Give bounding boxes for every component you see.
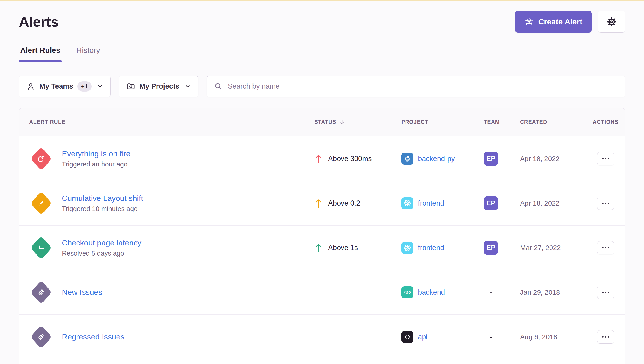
teams-extra-count-badge: +1: [78, 81, 92, 92]
siren-icon: [524, 17, 534, 27]
table-row-partial: [19, 359, 625, 364]
row-actions-button[interactable]: [597, 241, 614, 254]
status-threshold: Above 1s: [328, 244, 358, 252]
alert-rule-activity: Triggered an hour ago: [62, 160, 131, 168]
alert-type-badge: [29, 280, 53, 305]
teams-filter-label: My Teams: [39, 82, 73, 90]
alert-rule-link[interactable]: Cumulative Layout shift: [62, 194, 143, 203]
row-actions-button[interactable]: [597, 196, 614, 210]
teams-filter-dropdown[interactable]: My Teams +1: [19, 76, 111, 97]
ellipsis-icon: [602, 247, 609, 248]
row-actions-button[interactable]: [597, 286, 614, 299]
column-header-project: PROJECT: [401, 119, 484, 125]
team-avatar: EP: [484, 241, 498, 255]
tab-alert-rules[interactable]: Alert Rules: [19, 46, 62, 62]
alerts-settings-button[interactable]: [598, 11, 625, 32]
ellipsis-icon: [602, 202, 609, 204]
team-avatar: EP: [484, 152, 498, 166]
alert-type-badge: [29, 324, 53, 350]
created-date: Apr 18, 2022: [520, 199, 560, 207]
chevron-down-icon: [97, 83, 103, 89]
table-row: Everything is on fire Triggered an hour …: [19, 136, 625, 181]
search-field-container: [207, 76, 625, 97]
project-link[interactable]: backend-py: [418, 154, 455, 163]
column-header-status[interactable]: STATUS: [314, 119, 401, 126]
projects-filter-dropdown[interactable]: My Projects: [119, 76, 198, 97]
table-row: New Issues GO backend - Jan 29, 2018: [19, 270, 625, 314]
alert-type-badge: [29, 146, 53, 171]
issues-icon: [35, 330, 47, 344]
tab-history-label: History: [76, 46, 100, 54]
alert-rule-link[interactable]: Everything is on fire: [62, 149, 131, 158]
team-avatar: EP: [484, 196, 498, 210]
filter-bar: My Teams +1 My Projects: [19, 76, 625, 97]
alert-type-badge: [29, 235, 53, 260]
team-empty: -: [484, 288, 498, 296]
tab-history[interactable]: History: [75, 46, 101, 62]
row-actions-button[interactable]: [597, 152, 614, 165]
column-header-team: TEAM: [484, 119, 520, 125]
tab-alert-rules-label: Alert Rules: [20, 46, 60, 54]
arrow-up-icon: [314, 198, 323, 209]
active-tab-underline: [19, 60, 62, 62]
issues-icon: [35, 286, 47, 299]
column-header-created: CREATED: [520, 119, 586, 125]
window-top-accent-strip: [0, 0, 644, 1]
chevron-down-icon: [185, 83, 191, 89]
alert-rule-link[interactable]: New Issues: [62, 288, 102, 297]
arrow-up-icon: [314, 153, 323, 164]
table-row: Regressed Issues api - Aug 6, 2018: [19, 314, 625, 359]
user-icon: [27, 82, 35, 91]
table-row: Checkout page latency Resolved 5 days ag…: [19, 225, 625, 270]
page-title: Alerts: [19, 14, 59, 30]
created-date: Aug 6, 2018: [520, 333, 557, 341]
ellipsis-icon: [602, 292, 609, 293]
table-header-row: ALERT RULE STATUS PROJECT TEAM CREATED A…: [19, 108, 625, 136]
created-date: Mar 27, 2022: [520, 244, 561, 252]
column-header-actions: ACTIONS: [586, 119, 625, 125]
react-icon: [401, 197, 413, 209]
exclamation-icon: [35, 196, 48, 210]
search-icon: [214, 82, 223, 91]
page-header: Alerts Create Alert: [19, 11, 625, 32]
project-link[interactable]: backend: [418, 288, 445, 296]
alert-rule-activity: Resolved 5 days ago: [62, 250, 141, 257]
row-actions-button[interactable]: [597, 330, 614, 344]
search-input[interactable]: [228, 82, 618, 90]
projects-filter-label: My Projects: [139, 82, 179, 90]
alerts-page: Alerts Create Alert: [0, 11, 644, 364]
alert-rules-table: ALERT RULE STATUS PROJECT TEAM CREATED A…: [19, 108, 625, 364]
ellipsis-icon: [602, 158, 609, 160]
check-icon: [35, 240, 48, 255]
code-icon: [401, 331, 413, 343]
go-icon: GO: [401, 286, 413, 298]
team-empty: -: [484, 333, 498, 341]
tabs-bar: Alert Rules History: [0, 46, 644, 62]
gear-icon: [606, 16, 617, 27]
created-date: Jan 29, 2018: [520, 288, 560, 296]
status-threshold: Above 300ms: [328, 154, 372, 163]
project-link[interactable]: api: [418, 333, 427, 341]
fire-icon: [35, 151, 48, 166]
ellipsis-icon: [602, 336, 609, 338]
created-date: Apr 18, 2022: [520, 155, 560, 162]
create-alert-button[interactable]: Create Alert: [515, 11, 592, 32]
alert-rule-activity: Triggered 10 minutes ago: [62, 205, 143, 213]
alert-rule-link[interactable]: Regressed Issues: [62, 332, 124, 341]
python-icon: [401, 153, 413, 165]
react-icon: [401, 242, 413, 254]
column-header-alert-rule: ALERT RULE: [19, 119, 314, 125]
alert-type-badge: [29, 190, 53, 216]
arrow-up-icon: [314, 242, 323, 253]
sort-descending-icon: [339, 119, 346, 126]
project-link[interactable]: frontend: [418, 199, 444, 208]
project-folder-icon: [126, 82, 135, 91]
status-threshold: Above 0.2: [328, 199, 360, 208]
header-actions: Create Alert: [515, 11, 625, 32]
alert-rule-link[interactable]: Checkout page latency: [62, 238, 141, 247]
create-alert-label: Create Alert: [538, 17, 582, 26]
table-row: Cumulative Layout shift Triggered 10 min…: [19, 181, 625, 225]
svg-text:GO: GO: [406, 290, 411, 294]
project-link[interactable]: frontend: [418, 244, 444, 252]
